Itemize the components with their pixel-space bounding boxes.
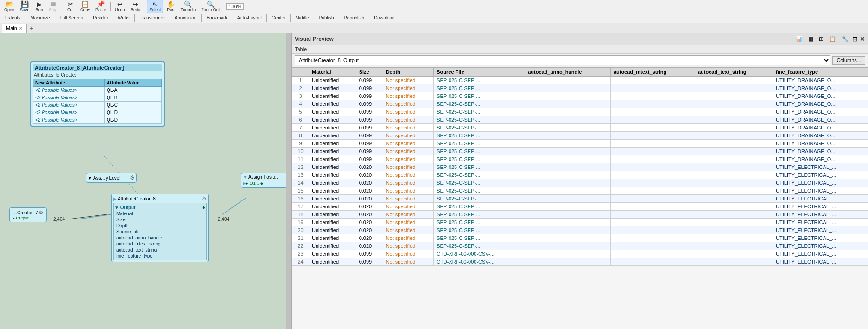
redo-label: Redo bbox=[131, 7, 141, 12]
cell-anno-handle bbox=[525, 148, 611, 155]
col-fme-type[interactable]: fme_feature_type bbox=[773, 68, 868, 77]
attr-creator-8-gear[interactable]: ⚙ bbox=[202, 195, 207, 202]
cell-rownum: 4 bbox=[292, 100, 309, 108]
zoom-in-button[interactable]: 🔍 Zoom In bbox=[178, 0, 198, 13]
cell-text-str bbox=[695, 108, 773, 116]
preview-icon-1[interactable]: 📊 bbox=[794, 35, 805, 43]
stop-button[interactable]: ⏹ Stop bbox=[47, 0, 60, 13]
table-row: 17 Unidentified 0.020 Not specified SEP-… bbox=[292, 203, 868, 211]
col-autocad-text[interactable]: autocad_text_string bbox=[695, 68, 773, 77]
ribbon-btn-auto-layout[interactable]: Auto-Layout bbox=[234, 14, 265, 21]
col-depth[interactable]: Depth bbox=[383, 68, 434, 77]
cell-mtext bbox=[610, 187, 695, 195]
attr-creator-table: New Attribute Attribute Value <2 Possibl… bbox=[33, 79, 162, 124]
add-tab-button[interactable]: + bbox=[30, 25, 33, 32]
data-table: Material Size Depth Source File autocad_… bbox=[292, 67, 868, 266]
preview-icon-2[interactable]: ▦ bbox=[806, 35, 815, 43]
preview-close-btn[interactable]: ✕ bbox=[860, 35, 865, 43]
ribbon-btn-center[interactable]: Center bbox=[268, 14, 289, 21]
ribbon-btn-bookmark[interactable]: Bookmark bbox=[203, 14, 230, 21]
output-fme-type[interactable]: fme_feature_type bbox=[114, 253, 205, 259]
cell-text-str bbox=[695, 171, 773, 179]
assign-quality-gear[interactable]: ⚙ bbox=[130, 174, 135, 181]
attr-row: <2 Possible Values> QL-B bbox=[33, 94, 162, 102]
ribbon-btn-middle[interactable]: Middle bbox=[292, 14, 312, 21]
output-title: ▼ Output bbox=[114, 205, 135, 210]
cell-fme-type: UTILITY_DRAINAGE_O... bbox=[773, 124, 868, 132]
cut-button[interactable]: ✂ Cut bbox=[64, 0, 77, 13]
output-autocad-mtext[interactable]: autocad_mtext_string bbox=[114, 241, 205, 247]
zoom-out-button[interactable]: 🔍 Zoom Out bbox=[199, 0, 222, 13]
paste-button[interactable]: 📌 Paste bbox=[93, 0, 108, 13]
ribbon-btn-writer[interactable]: Writer bbox=[114, 14, 133, 21]
output-material[interactable]: Material bbox=[114, 211, 205, 217]
cell-size: 0.099 bbox=[356, 258, 383, 266]
cell-mtext bbox=[610, 211, 695, 219]
col-material[interactable]: Material bbox=[309, 68, 356, 77]
cell-size: 0.099 bbox=[356, 155, 383, 163]
preview-collapse-btn[interactable]: ⊟ bbox=[852, 35, 858, 43]
canvas-area[interactable]: AttributeCreator_8 [AttributeCreator] At… bbox=[0, 33, 292, 329]
cell-rownum: 19 bbox=[292, 219, 309, 226]
output-selector[interactable]: AttributeCreator_8_Output bbox=[295, 55, 830, 65]
ribbon-btn-annotation[interactable]: Annotation bbox=[171, 14, 200, 21]
creator-7-gear[interactable]: ⚙ bbox=[38, 209, 44, 216]
attr-creator-8-node[interactable]: ▶ AttributeCreator_8 ⚙ ▼ Output ● Materi… bbox=[111, 194, 209, 262]
data-table-wrapper[interactable]: Material Size Depth Source File autocad_… bbox=[292, 67, 868, 329]
save-button[interactable]: 💾 Save bbox=[18, 0, 32, 13]
pan-button[interactable]: ✋ Pan bbox=[164, 0, 177, 13]
assign-position-node[interactable]: ▼ Assign Positi… ▶ ▸ Ou… ● bbox=[241, 173, 290, 188]
cell-material: Unidentified bbox=[309, 116, 356, 124]
col-autocad-mtext[interactable]: autocad_mtext_string bbox=[610, 68, 695, 77]
preview-icon-3[interactable]: ⊞ bbox=[817, 35, 825, 43]
ribbon-btn-full-screen[interactable]: Full Screen bbox=[57, 14, 87, 21]
output-autocad-anno[interactable]: autocad_anno_handle bbox=[114, 235, 205, 241]
zoom-level-display: 136% bbox=[226, 3, 244, 10]
canvas-vertical-scrollbar[interactable] bbox=[286, 33, 291, 329]
output-autocad-text[interactable]: autocad_text_string bbox=[114, 247, 205, 253]
tab-main-label: Main bbox=[6, 26, 17, 31]
ribbon-btn-extents[interactable]: Extents bbox=[2, 14, 24, 21]
cell-size: 0.099 bbox=[356, 84, 383, 92]
output-size[interactable]: Size bbox=[114, 217, 205, 223]
svg-line-3 bbox=[70, 214, 107, 219]
col-size[interactable]: Size bbox=[356, 68, 383, 77]
cell-anno-handle bbox=[525, 132, 611, 140]
run-button[interactable]: ▶ Run bbox=[33, 0, 46, 13]
columns-button[interactable]: Columns... bbox=[832, 56, 865, 65]
ribbon-btn-transformer[interactable]: Transformer bbox=[136, 14, 168, 21]
stop-icon: ⏹ bbox=[50, 1, 57, 7]
ribbon-btn-download[interactable]: Download bbox=[371, 14, 398, 21]
select-icon: ↖ bbox=[152, 1, 158, 7]
preview-title: Visual Preview bbox=[295, 36, 334, 42]
tab-main-close[interactable]: ✕ bbox=[19, 26, 23, 31]
undo-icon: ↩ bbox=[117, 1, 123, 7]
output-depth[interactable]: Depth bbox=[114, 223, 205, 229]
open-button[interactable]: 📂 Open bbox=[2, 0, 17, 13]
ribbon-btn-publish[interactable]: Publish bbox=[316, 14, 337, 21]
ribbon-btn-maximize[interactable]: Maximize bbox=[27, 14, 53, 21]
attribute-creator-popup: AttributeCreator_8 [AttributeCreator] At… bbox=[30, 61, 165, 127]
tab-main[interactable]: Main ✕ bbox=[2, 24, 27, 33]
creator-7-node[interactable]: …Creator_7 ⚙ ▸ Output bbox=[9, 207, 47, 222]
col-rownum[interactable] bbox=[292, 68, 309, 77]
cell-rownum: 18 bbox=[292, 211, 309, 219]
cell-depth: Not specified bbox=[383, 132, 434, 140]
preview-icon-4[interactable]: 📋 bbox=[827, 35, 838, 43]
separator-2 bbox=[110, 2, 111, 11]
undo-button[interactable]: ↩ Undo bbox=[113, 0, 127, 13]
ribbon-btn-reader[interactable]: Reader bbox=[89, 14, 111, 21]
ribbon-btn-republish[interactable]: Republish bbox=[341, 14, 367, 21]
cell-mtext bbox=[610, 140, 695, 148]
col-autocad-anno[interactable]: autocad_anno_handle bbox=[525, 68, 611, 77]
cell-size: 0.020 bbox=[356, 226, 383, 234]
assign-quality-node[interactable]: ▼ Ass…y Level ⚙ bbox=[86, 173, 137, 183]
copy-button[interactable]: 📋 Copy bbox=[78, 0, 92, 13]
preview-icon-5[interactable]: 🔧 bbox=[840, 35, 850, 43]
cell-size: 0.020 bbox=[356, 234, 383, 242]
output-source-file[interactable]: Source File bbox=[114, 229, 205, 235]
col-source-file[interactable]: Source File bbox=[434, 68, 525, 77]
select-button[interactable]: ↖ Select bbox=[147, 0, 163, 13]
cell-text-str bbox=[695, 203, 773, 211]
redo-button[interactable]: ↪ Redo bbox=[128, 0, 143, 13]
